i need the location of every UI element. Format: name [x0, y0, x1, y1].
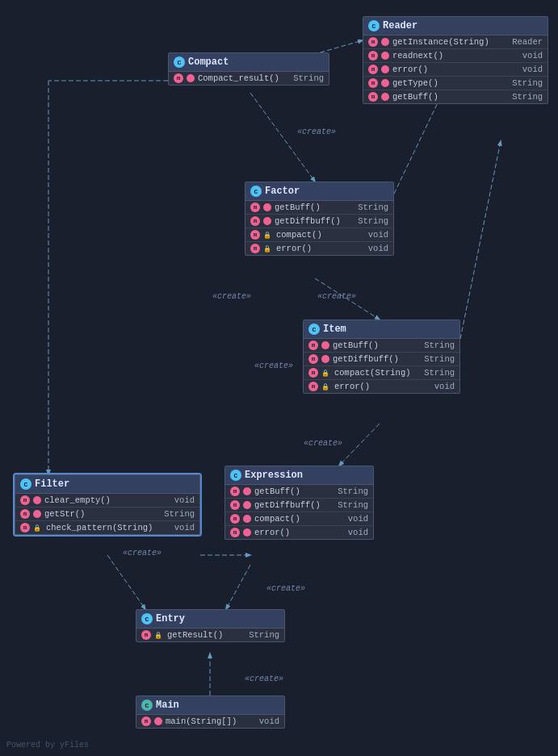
factor-class-name: Factor — [265, 186, 300, 197]
main-method-1: m main(String[]) void — [136, 715, 284, 728]
factor-method-4: m 🔒 error() void — [245, 242, 393, 255]
flm-name-3: check_pattern(String) — [46, 523, 171, 533]
mm-name-1: main(String[]) — [166, 716, 256, 726]
ev-2 — [243, 501, 251, 509]
im-return-4: void — [434, 382, 455, 391]
reader-method-2: m readnext() void — [363, 49, 548, 63]
fm-name-3: compact() — [276, 230, 365, 240]
em-name-4: error() — [254, 528, 345, 537]
flm-return-3: void — [174, 523, 195, 533]
reader-method-5: m getBuff() String — [363, 90, 548, 103]
im-name-2: getDiffbuff() — [333, 354, 421, 364]
compact-class-icon: C — [174, 56, 185, 68]
vis-3 — [381, 65, 389, 73]
fm-icon-1: m — [250, 203, 260, 212]
class-reader[interactable]: C Reader m getInstance(String) Reader m … — [363, 16, 548, 104]
item-method-4: m 🔒 error() void — [304, 380, 459, 393]
iv-2 — [321, 355, 329, 363]
item-method-2: m getDiffbuff() String — [304, 353, 459, 366]
vis-5 — [381, 93, 389, 101]
svg-line-1 — [250, 93, 315, 182]
class-expression[interactable]: C Expression m getBuff() String m getDif… — [224, 466, 374, 540]
entry-class-name: Entry — [156, 613, 185, 624]
enm-name-1: getResult() — [167, 630, 245, 640]
factor-method-2: m getDiffbuff() String — [245, 215, 393, 228]
fm-return-1: String — [358, 203, 388, 212]
compact-class-name: Compact — [188, 56, 229, 68]
fm-icon-2: m — [250, 216, 260, 226]
cm-return-1: String — [293, 73, 324, 83]
filter-class-icon: C — [20, 478, 31, 490]
factor-header: C Factor — [245, 182, 393, 201]
im-name-1: getBuff() — [333, 340, 421, 350]
reader-class-icon: C — [368, 20, 380, 31]
item-class-icon: C — [308, 324, 320, 335]
label-create8: «create» — [245, 675, 283, 683]
expr-method-3: m compact() void — [225, 512, 373, 526]
label-create3: «create» — [317, 292, 356, 301]
flv-1 — [33, 496, 41, 504]
method-icon-4: m — [368, 78, 378, 88]
compact-header: C Compact — [169, 53, 329, 72]
em-return-2: String — [338, 500, 368, 510]
im-icon-4: m — [308, 382, 318, 391]
method-return-5: String — [512, 92, 543, 102]
class-compact[interactable]: C Compact m Compact_result() String — [168, 52, 329, 86]
fm-return-3: void — [368, 230, 388, 240]
filter-class-name: Filter — [35, 478, 69, 490]
flm-return-1: void — [174, 495, 195, 505]
item-class-name: Item — [323, 324, 346, 335]
cm-icon-1: m — [174, 73, 183, 83]
expression-class-icon: C — [230, 470, 241, 481]
label-create5: «create» — [304, 439, 342, 448]
ev-4 — [243, 528, 251, 537]
class-entry[interactable]: C Entry m 🔒 getResult() String — [136, 609, 285, 642]
fv-2 — [263, 217, 271, 225]
method-return-1: Reader — [512, 37, 543, 47]
im-name-3: compact(String) — [334, 368, 421, 378]
em-return-4: void — [348, 528, 368, 537]
mm-return-1: void — [259, 716, 279, 726]
em-icon-4: m — [230, 528, 240, 537]
flm-return-2: String — [164, 509, 195, 519]
vis-2 — [381, 52, 389, 60]
method-name-2: readnext() — [392, 51, 519, 61]
expression-header: C Expression — [225, 466, 373, 485]
item-method-1: m getBuff() String — [304, 339, 459, 353]
class-main[interactable]: C Main m main(String[]) void — [136, 695, 285, 729]
im-icon-3: m — [308, 368, 318, 378]
class-filter[interactable]: C Filter m clear_empty() void m getStr()… — [15, 474, 200, 535]
class-factor[interactable]: C Factor m getBuff() String m getDiffbuf… — [245, 182, 394, 256]
method-name-3: error() — [392, 65, 519, 74]
factor-class-icon: C — [250, 186, 262, 197]
method-name-5: getBuff() — [392, 92, 509, 102]
class-item[interactable]: C Item m getBuff() String m getDiffbuff(… — [303, 320, 460, 394]
flm-icon-2: m — [20, 509, 30, 519]
im-icon-1: m — [308, 340, 318, 350]
flm-icon-1: m — [20, 495, 30, 505]
im-return-3: String — [424, 368, 455, 378]
label-create2: «create» — [212, 292, 251, 301]
expr-method-4: m error() void — [225, 526, 373, 539]
em-icon-3: m — [230, 514, 240, 524]
em-return-1: String — [338, 487, 368, 496]
fv-1 — [263, 203, 271, 211]
enm-return-1: String — [249, 630, 279, 640]
method-icon-3: m — [368, 65, 378, 74]
method-return-4: String — [512, 78, 543, 88]
entry-header: C Entry — [136, 610, 284, 629]
main-class-icon: C — [141, 700, 153, 711]
flv-2 — [33, 510, 41, 518]
ev-1 — [243, 487, 251, 495]
fm-icon-4: m — [250, 244, 260, 253]
enm-icon-1: m — [141, 630, 151, 640]
connections-svg — [0, 0, 558, 756]
expression-class-name: Expression — [245, 470, 303, 481]
vis-1 — [381, 38, 389, 46]
entry-method-1: m 🔒 getResult() String — [136, 629, 284, 641]
svg-line-4 — [460, 141, 501, 339]
method-return-3: void — [522, 65, 543, 74]
method-return-2: void — [522, 51, 543, 61]
method-icon-1: m — [368, 37, 378, 47]
diagram: «create» «create» «create» «create» «cre… — [0, 0, 558, 756]
